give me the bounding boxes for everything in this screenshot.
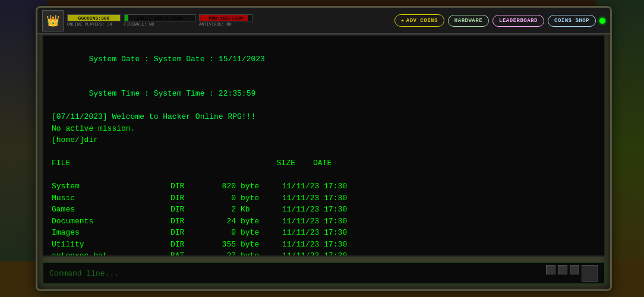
pow-bar: POW:185/200W — [199, 14, 252, 21]
table-row: MusicDIR0byte11/11/23 17:30 — [52, 192, 596, 204]
table-row: ImagesDIR0byte11/11/23 17:30 — [52, 227, 596, 239]
online-players-label: ONLINE PLAYERS: 39 — [67, 22, 112, 27]
file-type: DIR — [171, 192, 206, 204]
table-row: autoexec.batBAT27byte11/11/23 17:30 — [52, 250, 596, 257]
file-unit: byte — [241, 239, 270, 251]
top-right-buttons: ★ADV COINS HARDWARE LEADERBOARD COINS SH… — [394, 14, 605, 27]
file-size: 355 — [206, 239, 236, 251]
file-unit: Kb — [241, 204, 270, 216]
exp-label: LVL:1 EXP:1/2500 — [137, 15, 183, 21]
file-type: BAT — [171, 250, 206, 257]
avatar-icon: 👑 — [46, 14, 59, 27]
cmd-buttons — [546, 265, 598, 282]
monitor-frame: 👑 GGCOINS:300 ONLINE PLAYERS: 39 LVL:1 E… — [36, 6, 612, 291]
file-name: System — [52, 181, 171, 192]
cmd-btn-large[interactable] — [582, 265, 598, 282]
file-unit: byte — [241, 227, 270, 239]
coin-icon: ★ — [401, 18, 405, 24]
terminal-screen: System Date : System Date : 15/11/2023 S… — [42, 34, 605, 257]
adv-coins-button[interactable]: ★ADV COINS — [394, 14, 444, 27]
pow-label: POW:185/200W — [209, 15, 243, 21]
file-rows: SystemDIR820byte11/11/23 17:30MusicDIR0b… — [52, 181, 596, 257]
file-date: 11/11/23 17:30 — [282, 181, 347, 192]
system-date-line: System Date : System Date : 15/11/2023 — [52, 42, 596, 77]
file-size: 0 — [206, 192, 236, 204]
file-date: 11/11/23 17:30 — [282, 239, 347, 251]
file-type: DIR — [171, 181, 206, 192]
ggcoins-bar: GGCOINS:300 — [67, 14, 121, 21]
table-row: SystemDIR820byte11/11/23 17:30 — [52, 181, 596, 192]
col-date: DATE — [313, 157, 332, 169]
table-row: UtilityDIR355byte11/11/23 17:30 — [52, 239, 596, 251]
file-name: Games — [52, 204, 171, 216]
blank-line-2 — [52, 169, 596, 181]
file-size: 0 — [206, 227, 236, 239]
file-type: DIR — [171, 239, 206, 251]
table-row: DocumentsDIR24byte11/11/23 17:30 — [52, 216, 596, 228]
leaderboard-button[interactable]: LEADERBOARD — [493, 15, 544, 27]
online-indicator — [599, 18, 605, 24]
terminal-content: System Date : System Date : 15/11/2023 S… — [43, 36, 604, 257]
file-size: 820 — [206, 181, 236, 192]
file-unit: byte — [241, 216, 270, 228]
file-type: DIR — [171, 227, 206, 239]
system-time-line: System Time : System Time : 22:35:59 — [52, 77, 596, 112]
file-date: 11/11/23 17:30 — [282, 204, 347, 216]
cmd-btn-2[interactable] — [558, 265, 567, 274]
command-input[interactable] — [49, 269, 541, 278]
hardware-button[interactable]: HARDWARE — [448, 15, 489, 27]
file-name: Documents — [52, 216, 171, 228]
file-unit: byte — [241, 192, 270, 204]
exp-fill — [125, 15, 128, 21]
ggcoins-label: GGCOINS:300 — [78, 15, 110, 21]
cmd-btn-1[interactable] — [546, 265, 555, 274]
file-name: autoexec.bat — [52, 250, 171, 257]
coins-shop-button[interactable]: COINS SHOP — [548, 15, 596, 27]
mission-line: No active mission. — [52, 123, 596, 135]
file-size: 24 — [206, 216, 236, 228]
file-size: 27 — [206, 250, 236, 257]
col-size: SIZE — [236, 157, 295, 169]
dir-command-line: [home/]dir — [52, 134, 596, 146]
blank-line-1 — [52, 146, 596, 158]
file-name: Images — [52, 227, 171, 239]
top-bar: 👑 GGCOINS:300 ONLINE PLAYERS: 39 LVL:1 E… — [37, 8, 610, 34]
file-name: Utility — [52, 239, 171, 251]
antivirus-label: ANTIVIRUS: NO — [199, 22, 232, 27]
exp-group: LVL:1 EXP:1/2500 FIREWALL: NO — [124, 14, 195, 27]
ggcoins-group: GGCOINS:300 ONLINE PLAYERS: 39 — [67, 14, 121, 27]
file-header: FILE SIZE DATE — [52, 157, 596, 169]
exp-bar: LVL:1 EXP:1/2500 — [124, 14, 195, 21]
file-date: 11/11/23 17:30 — [282, 250, 347, 257]
file-size: 2 — [206, 204, 236, 216]
file-type: DIR — [171, 204, 206, 216]
avatar: 👑 — [42, 10, 64, 31]
firewall-label: FIREWALL: NO — [124, 22, 154, 27]
command-bar — [42, 262, 605, 285]
col-file: FILE — [52, 157, 236, 169]
file-date: 11/11/23 17:30 — [282, 227, 347, 239]
file-name: Music — [52, 192, 171, 204]
cmd-btn-3[interactable] — [570, 265, 579, 274]
file-unit: byte — [241, 181, 270, 192]
file-type: DIR — [171, 216, 206, 228]
file-date: 11/11/23 17:30 — [282, 192, 347, 204]
welcome-line: [07/11/2023] Welcome to Hacker Online RP… — [52, 111, 596, 123]
file-unit: byte — [241, 250, 270, 257]
file-date: 11/11/23 17:30 — [282, 216, 347, 228]
table-row: GamesDIR2Kb11/11/23 17:30 — [52, 204, 596, 216]
pow-group: POW:185/200W ANTIVIRUS: NO — [199, 14, 252, 27]
